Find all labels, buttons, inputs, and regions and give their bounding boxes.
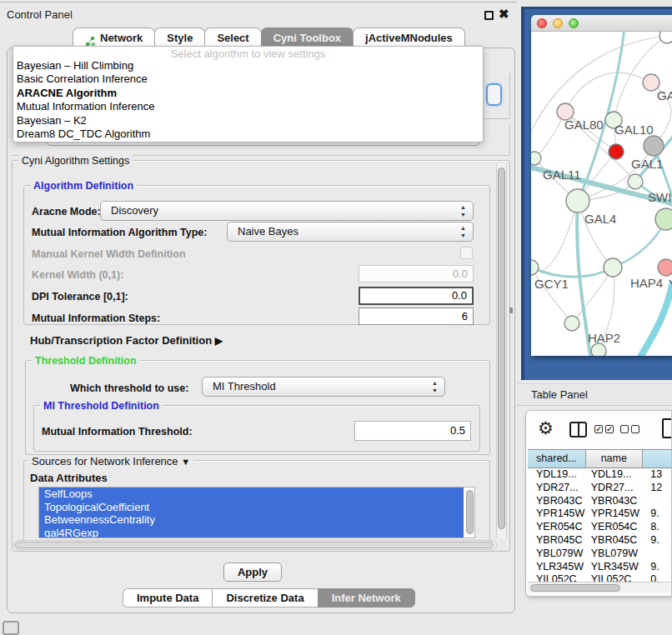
apply-button[interactable]: Apply	[223, 562, 282, 582]
dpi-tolerance-label: DPI Tolerance [0,1]:	[32, 291, 128, 302]
node-label: GAL11	[543, 168, 581, 182]
algorithm-option[interactable]: Basic Correlation Inference	[13, 72, 483, 86]
attribute-item[interactable]: TopologicalCoefficient	[39, 501, 464, 514]
mi-steps-field[interactable]: 6	[359, 308, 474, 325]
table-row[interactable]: YDL19...YDL19...13	[528, 468, 672, 482]
split-columns-icon[interactable]	[569, 422, 587, 438]
mi-threshold-field[interactable]: 0.5	[354, 421, 471, 441]
tab-infer-network[interactable]: Infer Network	[318, 588, 415, 608]
close-icon[interactable]: ✖	[499, 7, 509, 22]
hidden-focused-combo-fragment[interactable]	[486, 83, 502, 106]
bottom-tabs: Impute Data Discretize Data Infer Networ…	[123, 588, 415, 608]
table-row[interactable]: YIL052CYIL052C0.	[528, 573, 672, 582]
tab-impute-data[interactable]: Impute Data	[123, 588, 213, 608]
node-gal4[interactable]	[566, 189, 589, 212]
mi-type-value: Naive Bayes	[238, 225, 298, 238]
expanded-arrow-icon: ▼	[181, 457, 190, 467]
node-hap4[interactable]	[604, 258, 622, 277]
node-gcy1[interactable]	[531, 260, 539, 275]
node-gal1[interactable]	[628, 174, 643, 189]
table-hscroll-track[interactable]	[528, 582, 672, 592]
select-all-checkbox-icon[interactable]: ✓	[594, 425, 603, 433]
minimize-traffic-light-icon[interactable]	[553, 18, 563, 28]
node[interactable]	[591, 343, 606, 356]
network-window[interactable]: GAL GAL80 GAL10 GAL1 GAL11 SWI4 GAL4 GCY…	[531, 15, 672, 356]
select-all-checkbox-icon[interactable]: ✓	[605, 425, 614, 433]
table-panel-title: Table Panel	[531, 388, 588, 401]
network-canvas[interactable]: GAL GAL80 GAL10 GAL1 GAL11 SWI4 GAL4 GCY…	[531, 32, 672, 356]
network-window-titlebar[interactable]	[531, 15, 672, 32]
kernel-width-field[interactable]: 0.0	[359, 265, 474, 282]
combo-arrows-icon: ▲▼	[432, 379, 438, 394]
settings-vscroll-thumb[interactable]	[498, 168, 505, 529]
deselect-all-checkbox-icon[interactable]	[620, 425, 629, 433]
zoom-traffic-light-icon[interactable]	[569, 18, 579, 28]
kernel-width-label: Kernel Width (0,1):	[32, 269, 123, 281]
node-gray[interactable]	[644, 136, 664, 156]
manual-kernel-label: Manual Kernel Width Definition	[32, 248, 186, 260]
mi-type-combo[interactable]: Naive Bayes ▲▼	[227, 222, 474, 242]
column-header-shared[interactable]: shared...	[528, 450, 586, 468]
node-label: GAL	[657, 88, 672, 102]
table-row[interactable]: YBR045CYBR045C9.	[528, 534, 672, 548]
algorithm-option-selected[interactable]: ARACNE Algorithm	[13, 87, 483, 100]
algorithm-option[interactable]: Dream8 DC_TDC Algorithm	[13, 128, 483, 141]
node-gal11[interactable]	[531, 152, 541, 165]
aracne-mode-value: Discovery	[111, 204, 158, 217]
aracne-mode-label: Aracne Mode:	[32, 206, 101, 218]
close-traffic-light-icon[interactable]	[537, 18, 547, 28]
cell: YER054C	[528, 521, 586, 534]
algorithm-option[interactable]: Bayesian – Hill Climbing	[13, 59, 483, 72]
network-node-labels: GAL GAL80 GAL10 GAL1 GAL11 SWI4 GAL4 GCY…	[534, 88, 672, 345]
node-salmon[interactable]	[658, 259, 672, 276]
node[interactable]	[659, 32, 672, 43]
column-header-name[interactable]: name	[586, 450, 643, 468]
column-header-partial[interactable]	[643, 450, 672, 468]
minimized-panel-icon[interactable]	[3, 621, 19, 635]
attribute-item[interactable]: SelfLoops	[39, 488, 464, 501]
node-red-selected[interactable]	[609, 144, 624, 159]
hub-definition-toggle[interactable]: Hub/Transcription Factor Definition ▶	[30, 334, 223, 347]
attribute-item[interactable]: BetweennessCentrality	[39, 513, 464, 527]
manual-kernel-checkbox[interactable]	[460, 247, 473, 259]
algorithm-option[interactable]: Mutual Information Inference	[13, 100, 483, 113]
tab-discretize-data[interactable]: Discretize Data	[212, 588, 318, 608]
cell: YDL19...	[528, 468, 586, 482]
settings-hscroll-thumb[interactable]	[15, 542, 494, 548]
table-row[interactable]: YBR043CYBR043C	[528, 495, 672, 508]
table-header-row: shared... name	[528, 449, 672, 468]
list-scrollbar[interactable]	[466, 490, 474, 534]
which-threshold-combo[interactable]: MI Threshold ▲▼	[202, 377, 445, 397]
algorithm-option[interactable]: Bayesian – K2	[13, 114, 483, 128]
dpi-tolerance-field[interactable]: 0.0	[359, 287, 474, 305]
cell: YBR045C	[586, 534, 643, 548]
node-label: GAL80	[564, 118, 604, 132]
table-row[interactable]: YPR145WYPR145W9.	[528, 508, 672, 521]
panel-top-border	[0, 2, 517, 2]
control-panel-title: Control Panel	[7, 8, 73, 21]
table-row[interactable]: YBL079WYBL079W	[528, 548, 672, 561]
gear-icon[interactable]: ⚙	[538, 419, 554, 437]
deselect-all-checkbox-icon[interactable]	[631, 425, 639, 433]
cell: YBR045C	[528, 534, 586, 548]
pane-divider-handle[interactable]	[509, 308, 513, 313]
node-label: Y	[669, 277, 672, 291]
table-row[interactable]: YLR345WYLR345W9.	[528, 561, 672, 574]
node-swi4[interactable]	[655, 208, 672, 230]
attribute-item[interactable]: gal4RGexp	[39, 527, 464, 539]
table-hscroll-thumb[interactable]	[530, 584, 620, 592]
table-row[interactable]: YDR27...YDR27...12	[528, 482, 672, 495]
aracne-mode-combo[interactable]: Discovery ▲▼	[100, 201, 474, 221]
table-file-icon[interactable]	[662, 418, 672, 438]
table-row[interactable]: YER054CYER054C8.	[528, 521, 672, 534]
node-hap2[interactable]	[564, 316, 579, 331]
sources-title: Sources for Network Inference	[32, 455, 178, 468]
algorithm-definition-title: Algorithm Definition	[30, 180, 137, 192]
mi-threshold-group-title: MI Threshold Definition	[40, 400, 163, 412]
combo-arrows-icon: ▲▼	[460, 203, 466, 218]
node-label: GAL10	[614, 122, 654, 137]
sources-toggle[interactable]: Sources for Network Inference ▼	[28, 455, 193, 468]
which-threshold-value: MI Threshold	[213, 380, 276, 392]
mi-threshold-label: Mutual Information Threshold:	[42, 426, 193, 438]
float-window-icon[interactable]	[484, 11, 494, 20]
